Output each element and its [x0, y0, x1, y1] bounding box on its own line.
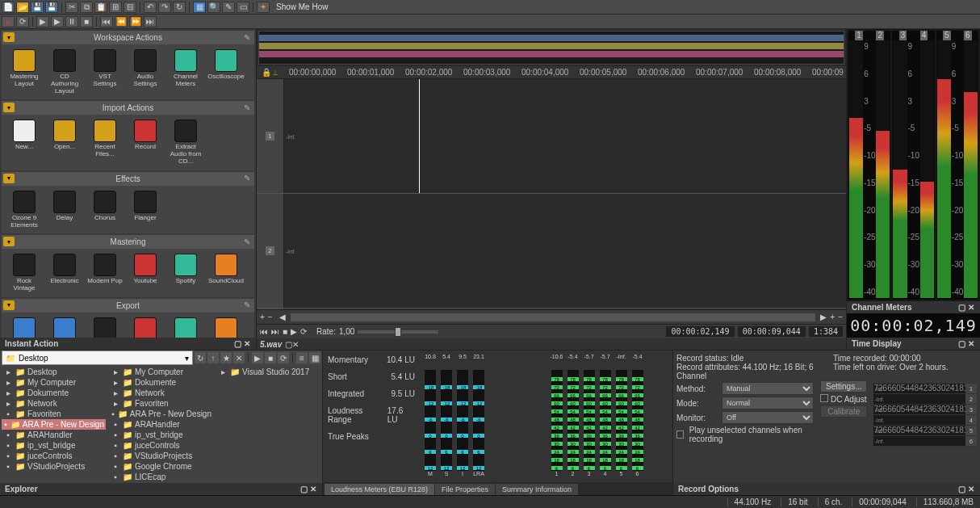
action-item[interactable]: Recent Files...: [86, 118, 124, 166]
overview-strip[interactable]: [258, 31, 844, 65]
chevron-down-icon[interactable]: ▾: [3, 237, 15, 246]
marker-icon[interactable]: ⟂: [273, 68, 278, 77]
tool-pencil-icon[interactable]: ✎: [222, 2, 235, 13]
tree-item[interactable]: ▸📁My Computer: [109, 367, 213, 377]
play-all-icon[interactable]: ▶: [51, 16, 64, 27]
action-item[interactable]: Extract Audio from CD...: [166, 118, 205, 166]
meter-tab[interactable]: 6: [964, 31, 972, 40]
del-icon[interactable]: ✕: [233, 352, 245, 363]
tree-item[interactable]: ▸📁Dokumente: [109, 377, 213, 388]
tree-item[interactable]: ▪📁LICEcap: [109, 472, 213, 482]
action-item[interactable]: SoundCloud: [207, 252, 245, 294]
pin-icon[interactable]: ▢: [285, 340, 292, 349]
go-start-icon[interactable]: ⏮: [260, 327, 268, 336]
edit-icon[interactable]: ✎: [241, 300, 253, 310]
play-icon[interactable]: ▶: [252, 352, 263, 363]
show-me-how-button[interactable]: Show Me How: [271, 2, 333, 11]
lock-icon[interactable]: 🔒: [262, 68, 271, 77]
wand-icon[interactable]: ✦: [257, 2, 270, 13]
track-body[interactable]: -Inf.: [284, 309, 846, 309]
trim-icon[interactable]: ⊟: [124, 2, 136, 13]
close-icon[interactable]: ✕: [292, 340, 299, 349]
tree-item[interactable]: ▪📁ARA Pre - New Design: [109, 409, 213, 419]
edit-icon[interactable]: ✎: [241, 237, 253, 246]
meter-tab[interactable]: 3: [899, 31, 907, 40]
action-item[interactable]: Audio Settings: [126, 48, 165, 96]
zoom-out-icon[interactable]: −: [268, 313, 273, 321]
chevron-down-icon[interactable]: ▾: [3, 103, 15, 112]
redo-icon[interactable]: ↷: [158, 2, 171, 13]
action-item[interactable]: Channel Meters: [166, 48, 205, 96]
tree-item[interactable]: ▪📁ARA Pre - New Design: [2, 419, 106, 430]
chevron-down-icon[interactable]: ▾: [3, 32, 15, 42]
playhead[interactable]: [419, 79, 420, 193]
pause-icon[interactable]: ⏸: [65, 16, 78, 27]
cut-icon[interactable]: ✂: [65, 2, 78, 13]
pin-icon[interactable]: ▢: [957, 340, 965, 348]
action-item[interactable]: SoundCloud: [207, 316, 245, 338]
action-item[interactable]: Burn CD...: [86, 316, 124, 338]
tree-item[interactable]: ▸📁Dokumente: [2, 388, 106, 398]
tab-file-properties[interactable]: File Properties: [435, 484, 495, 495]
tree-item[interactable]: ▪📁juceControls: [2, 451, 106, 461]
action-item[interactable]: VST Settings: [86, 48, 124, 96]
settings-button[interactable]: Settings...: [820, 380, 867, 393]
pin-icon[interactable]: ▢: [957, 304, 965, 312]
record-icon[interactable]: ●: [2, 16, 15, 27]
action-item[interactable]: Spotify: [166, 252, 205, 294]
close-icon[interactable]: ✕: [309, 485, 317, 493]
chevron-down-icon[interactable]: ▾: [3, 300, 15, 310]
zoom-in-icon[interactable]: +: [260, 313, 265, 321]
action-item[interactable]: Chorus: [86, 189, 124, 231]
close-icon[interactable]: ✕: [967, 304, 975, 312]
close-icon[interactable]: ✕: [967, 340, 975, 348]
save-icon[interactable]: 💾: [31, 2, 44, 13]
paste-icon[interactable]: 📋: [94, 2, 107, 13]
tab-summary[interactable]: Summary Information: [496, 484, 578, 495]
chevron-down-icon[interactable]: ▾: [3, 174, 15, 183]
view-icon[interactable]: ≡: [296, 352, 308, 363]
h-scrollbar[interactable]: [291, 313, 816, 321]
tool-select-icon[interactable]: ▦: [193, 2, 206, 13]
action-item[interactable]: Mastering Layout: [5, 48, 44, 96]
timeline-ruler[interactable]: 🔒 ⟂ 00:00:00,00000:00:01,00000:00:02,000…: [257, 66, 846, 79]
tree-item[interactable]: ▸📁Favoriten: [109, 398, 213, 409]
meter-tab[interactable]: 5: [943, 31, 951, 40]
tree-item[interactable]: ▸📁Visual Studio 2017: [216, 367, 320, 377]
forward-icon[interactable]: ⏩: [129, 16, 142, 27]
meter-tab[interactable]: 4: [920, 31, 928, 40]
tree-item[interactable]: ▪📁ip_vst_bridge: [2, 440, 106, 451]
mode-select[interactable]: Normal: [722, 397, 814, 409]
action-item[interactable]: New...: [5, 118, 44, 166]
monitor-select[interactable]: Off: [722, 411, 814, 424]
action-item[interactable]: CD Authoring Layout: [45, 48, 84, 96]
action-item[interactable]: Record: [126, 118, 165, 166]
close-icon[interactable]: ✕: [967, 485, 975, 493]
play-unselected-checkbox[interactable]: [676, 430, 684, 439]
tree-item[interactable]: ▪📁VStudioProjects: [2, 461, 106, 472]
meter-tab[interactable]: 2: [876, 31, 884, 40]
action-item[interactable]: Ozone 9 Elements: [5, 189, 44, 231]
action-item[interactable]: Modern Pop: [86, 252, 124, 294]
tree-item[interactable]: ▸📁My Computer: [2, 377, 106, 388]
zoom-in-v-icon[interactable]: +: [830, 313, 835, 321]
tool-mag-icon[interactable]: 🔍: [207, 2, 220, 13]
tree-item[interactable]: ▪📁juceControls: [109, 440, 213, 451]
open-icon[interactable]: 📂: [16, 2, 29, 13]
path-dropdown[interactable]: 📁 Desktop ▾: [2, 351, 193, 365]
method-select[interactable]: Manual: [722, 382, 814, 395]
meter-tab[interactable]: 1: [855, 31, 863, 40]
action-item[interactable]: Save: [5, 316, 44, 338]
edit-icon[interactable]: ✎: [241, 174, 253, 183]
rate-slider[interactable]: [358, 330, 438, 334]
save-as-icon[interactable]: 💾: [45, 2, 58, 13]
scroll-left-icon[interactable]: ◀: [279, 313, 286, 321]
track-body[interactable]: -Inf.: [284, 194, 846, 308]
undo-icon[interactable]: ↶: [144, 2, 157, 13]
tree-item[interactable]: ▸📁Desktop: [2, 367, 106, 377]
tree-item[interactable]: ▸📁Network: [2, 398, 106, 409]
loop-icon[interactable]: ⟳: [16, 16, 29, 27]
stop-icon[interactable]: ■: [80, 16, 93, 27]
action-item[interactable]: Youtube: [126, 252, 165, 294]
tree-item[interactable]: ▪📁Google Chrome: [109, 461, 213, 472]
